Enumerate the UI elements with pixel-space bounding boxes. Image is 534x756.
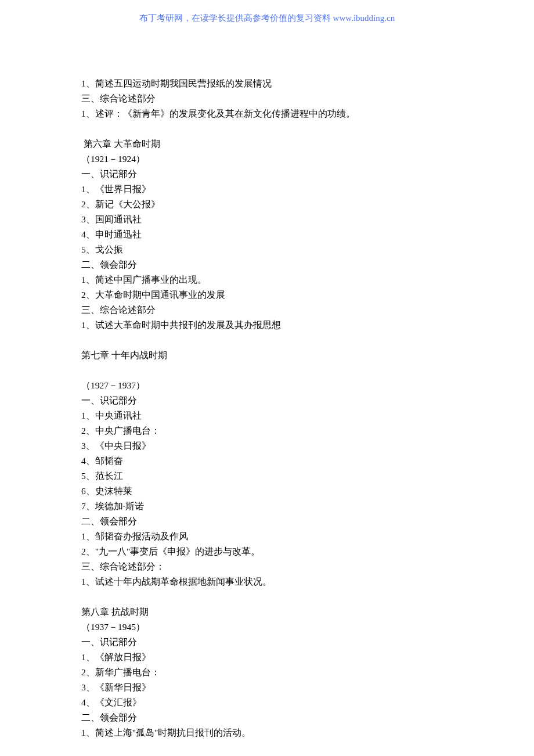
text-line: 2、新华广播电台：: [81, 665, 453, 680]
text-line: 1、试述十年内战期革命根据地新闻事业状况。: [81, 574, 453, 589]
text-line: 4、邹韬奋: [81, 453, 453, 469]
text-line: 2、中央广播电台：: [81, 423, 453, 438]
text-line: 5、范长江: [81, 469, 453, 484]
text-line: 1、《世界日报》: [81, 182, 453, 197]
text-line: 4、《文汇报》: [81, 695, 453, 710]
header-link[interactable]: www.ibudding.cn: [333, 13, 395, 23]
text-line: 1、《解放日报》: [81, 650, 453, 665]
text-line: 1、述评：《新青年》的发展变化及其在新文化传播进程中的功绩。: [81, 106, 453, 121]
blank-line: [81, 589, 453, 604]
section-heading: 三、综合论述部分：: [81, 559, 453, 574]
text-line: 1、简述中国广播事业的出现。: [81, 272, 453, 287]
text-line: 1、邹韬奋办报活动及作风: [81, 529, 453, 544]
text-line: 2、"九一八"事变后《申报》的进步与改革。: [81, 544, 453, 559]
blank-line: [81, 363, 453, 378]
text-line: 2、大革命时期中国通讯事业的发展: [81, 287, 453, 303]
section-heading: 二、领会部分: [81, 514, 453, 529]
blank-line: [81, 121, 453, 136]
text-line: 5、戈公振: [81, 242, 453, 257]
chapter-title: 第六章 大革命时期: [81, 136, 453, 152]
chapter-title: 第七章 十年内战时期: [81, 348, 453, 363]
section-heading: 一、识记部分: [81, 167, 453, 182]
page-header: 布丁考研网，在读学长提供高参考价值的复习资料 www.ibudding.cn: [0, 0, 534, 24]
text-line: 2、新记《大公报》: [81, 197, 453, 212]
text-line: （1921－1924）: [81, 152, 453, 167]
text-line: 三、综合论述部分: [81, 91, 453, 106]
section-heading: 三、综合论述部分: [81, 303, 453, 318]
text-line: （1927－1937）: [81, 378, 453, 393]
blank-line: [81, 333, 453, 348]
text-line: 6、史沫特莱: [81, 484, 453, 499]
text-line: 1、简述上海"孤岛"时期抗日报刊的活动。: [81, 725, 453, 740]
section-heading: 一、识记部分: [81, 635, 453, 650]
text-line: 3、《新华日报》: [81, 680, 453, 695]
section-heading: 二、领会部分: [81, 710, 453, 725]
section-heading: 二、领会部分: [81, 257, 453, 272]
text-line: 3、国闻通讯社: [81, 212, 453, 227]
header-text: 布丁考研网，在读学长提供高参考价值的复习资料: [139, 13, 333, 23]
text-line: 7、埃德加·斯诺: [81, 499, 453, 514]
section-heading: 一、识记部分: [81, 393, 453, 408]
chapter-title: 第八章 抗战时期: [81, 604, 453, 620]
text-line: （1937－1945）: [81, 620, 453, 635]
text-line: 1、中央通讯社: [81, 408, 453, 423]
text-line: 1、试述大革命时期中共报刊的发展及其办报思想: [81, 318, 453, 333]
text-line: 1、简述五四运动时期我国民营报纸的发展情况: [81, 76, 453, 91]
document-body: 1、简述五四运动时期我国民营报纸的发展情况 三、综合论述部分 1、述评：《新青年…: [0, 24, 534, 740]
text-line: 3、《中央日报》: [81, 438, 453, 453]
text-line: 4、申时通迅社: [81, 227, 453, 242]
